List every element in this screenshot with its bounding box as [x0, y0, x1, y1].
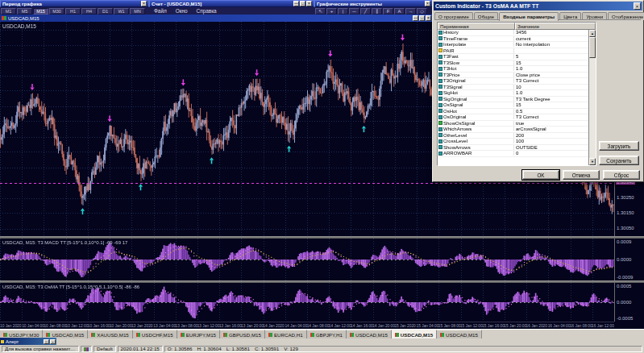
minimize-icon[interactable]: —	[293, 1, 299, 6]
load-button[interactable]: Загрузить	[599, 141, 639, 151]
param-row[interactable]: CrossLevel100	[438, 139, 588, 145]
param-row[interactable]: TimeFramecurrent	[438, 36, 588, 43]
parameters-table-header: Переменная Значение	[438, 23, 596, 30]
param-row[interactable]: OtherLevel200	[438, 133, 588, 139]
param-row[interactable]: OsHot0.5	[438, 109, 588, 115]
param-name: T3Signal	[443, 85, 514, 89]
chart-tab-label: USDJPY,M30	[9, 332, 39, 338]
period-toolbar: Период графика × M1M5M15M30H1H4D1W1MN	[0, 0, 149, 15]
close-icon[interactable]: ×	[426, 15, 431, 21]
dialog-close-icon[interactable]: ×	[634, 2, 641, 10]
dialog-tab[interactable]: Входные параметры	[499, 12, 559, 21]
chart-tab[interactable]: USDCAD,M15	[347, 330, 392, 338]
status-profile[interactable]: Default	[93, 346, 116, 352]
chart-window-titlebar[interactable]: USDCAD,M15 — □ ×	[0, 15, 433, 22]
param-row[interactable]: WhichArrowsarCrossSignal	[438, 127, 588, 133]
period-button-h4[interactable]: H4	[81, 8, 97, 15]
close-icon[interactable]: ×	[50, 339, 56, 344]
alert-window[interactable]: Алерт □ ×	[0, 338, 56, 345]
param-row[interactable]: SigHot1.0	[438, 90, 588, 97]
close-icon[interactable]: ×	[306, 1, 312, 6]
menu-item-файл[interactable]: Файл	[150, 7, 171, 15]
close-icon[interactable]: ×	[141, 1, 147, 6]
restore-icon[interactable]: □	[44, 339, 49, 344]
period-button-h1[interactable]: H1	[65, 8, 81, 15]
chart-tab[interactable]: GBPJPY,H1	[307, 330, 347, 338]
alert-window-title: Алерт	[6, 339, 42, 344]
menu-bar: ФайлОкноСправка	[149, 7, 314, 15]
param-row[interactable]: History3456	[438, 30, 588, 36]
period-button-d1[interactable]: D1	[98, 8, 113, 15]
dialog-titlebar[interactable]: Custom Indicator - T3 OsMA AA MTF TT ×	[434, 2, 642, 10]
param-row[interactable]: ARROWBAR0	[438, 151, 588, 157]
horizontal-line-icon[interactable]: ─	[349, 8, 359, 15]
period-button-m5[interactable]: M5	[17, 8, 32, 15]
scrollbar-thumb[interactable]	[589, 37, 596, 58]
param-row[interactable]: T3Signal10	[438, 85, 588, 91]
chart-tab[interactable]: USDCHF,M15	[133, 330, 177, 338]
param-name: OsSignal	[443, 102, 514, 107]
shapes-icon[interactable]: ◇	[417, 8, 427, 15]
param-type-icon	[438, 139, 442, 143]
trendline-icon[interactable]: ╱	[360, 8, 371, 15]
param-row[interactable]: ShowArrowsOUTSIDE	[438, 145, 588, 152]
chart-tab[interactable]: USDCAD,M15	[437, 330, 482, 338]
period-toolbar-titlebar[interactable]: Период графика ×	[0, 0, 149, 7]
param-type-icon	[438, 36, 442, 40]
param-row[interactable]: T3Hot1.0	[438, 66, 588, 73]
maximize-icon[interactable]: □	[419, 15, 425, 21]
indicator-axis-label: -0.0005	[617, 316, 633, 321]
scrollbar-track[interactable]	[589, 37, 596, 158]
chart-tab[interactable]: GBPUSD,M15	[220, 330, 265, 338]
osma-pane-axis: 0.00050.0000-0.0005	[614, 283, 644, 322]
status-ohlcv-value: V: 129	[284, 347, 298, 351]
chart-tab[interactable]: EURCAD,H1	[265, 330, 307, 338]
chart-tab[interactable]: EURJPY,M15	[177, 330, 220, 338]
param-row[interactable]: OsOriginalT3 Correct	[438, 114, 588, 121]
crosshair-icon[interactable]: +	[326, 8, 337, 15]
param-row[interactable]: T3PriceClose price	[438, 73, 588, 79]
chart-tab[interactable]: USDCAD,M15	[392, 330, 437, 338]
save-button[interactable]: Сохранить	[599, 156, 639, 165]
param-value: 200	[514, 133, 588, 138]
vertical-line-icon[interactable]: |	[338, 8, 348, 15]
cursor-icon[interactable]: ↖	[315, 8, 326, 15]
period-button-m15[interactable]: M15	[33, 8, 48, 15]
close-icon[interactable]: ×	[425, 1, 430, 6]
param-row[interactable]: T3Slow15	[438, 60, 588, 67]
period-button-m1[interactable]: M1	[1, 8, 16, 15]
param-value: T3 Correct	[514, 114, 588, 119]
menu-item-справка[interactable]: Справка	[193, 7, 221, 15]
param-row[interactable]: ShowOsSignaltrue	[438, 121, 588, 127]
param-row[interactable]: T3OriginalT3 Correct	[438, 78, 588, 85]
table-scrollbar[interactable]: ▲ ▼	[588, 30, 596, 165]
tools-toolbar-titlebar[interactable]: Графические инструменты ×	[314, 0, 433, 7]
minimize-icon[interactable]: —	[413, 15, 418, 21]
scroll-down-icon[interactable]: ▼	[589, 158, 596, 165]
period-button-w1[interactable]: W1	[114, 8, 129, 15]
param-row[interactable]: PAIR	[438, 48, 588, 55]
period-button-m30[interactable]: M30	[49, 8, 64, 15]
chart-tab-icon	[91, 333, 95, 337]
reset-button[interactable]: Сброс	[603, 170, 640, 180]
param-row[interactable]: OsSignal15	[438, 102, 588, 109]
chart-tab[interactable]: XAUUSD,M15	[88, 330, 133, 338]
dialog-title: Custom Indicator - T3 OsMA AA MTF TT	[435, 3, 634, 9]
param-row[interactable]: SigOriginalT3 Tank Degree	[438, 97, 588, 103]
ok-button[interactable]: OK	[522, 170, 559, 180]
scroll-up-icon[interactable]: ▲	[589, 30, 596, 37]
main-window-titlebar[interactable]: Счет - [USDCAD,M15] — □ ×	[149, 0, 314, 7]
menu-item-окно[interactable]: Окно	[172, 7, 192, 15]
param-type-icon	[438, 115, 442, 119]
text-icon[interactable]: A	[394, 8, 405, 15]
channel-icon[interactable]: ∥	[372, 8, 382, 15]
maximize-icon[interactable]: □	[300, 1, 305, 6]
arrow-icon[interactable]: →	[405, 8, 416, 15]
fibonacci-icon[interactable]: F	[383, 8, 393, 15]
param-row[interactable]: T3Fast5	[438, 54, 588, 60]
param-row[interactable]: InterpolateNo interpolation	[438, 42, 588, 48]
period-button-mn[interactable]: MN	[130, 8, 145, 15]
param-value: true	[514, 121, 588, 126]
cancel-button[interactable]: Отмена	[563, 170, 600, 180]
tool-icons: ↖+|─╱∥FA→◇	[314, 7, 433, 15]
